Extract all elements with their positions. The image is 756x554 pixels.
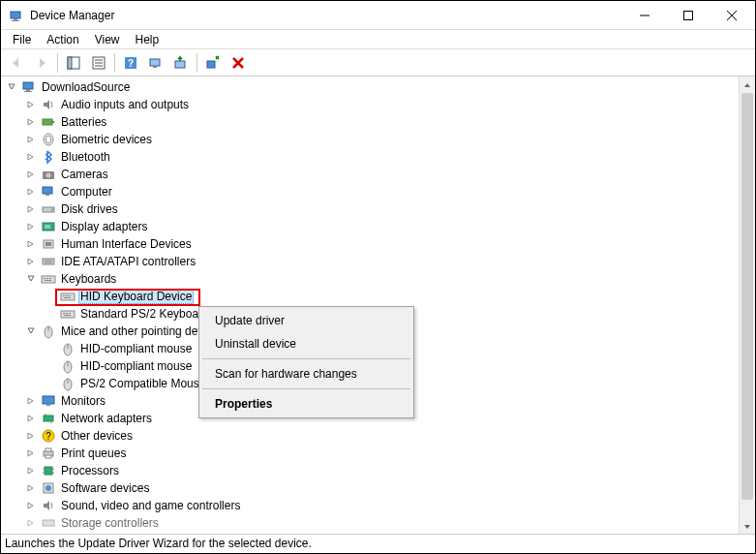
tree-category[interactable]: Storage controllers xyxy=(1,514,739,532)
svg-text:?: ? xyxy=(128,58,134,69)
ctx-update-driver[interactable]: Update driver xyxy=(201,309,411,332)
uninstall-button[interactable] xyxy=(201,51,225,75)
tree-category[interactable]: Software devices xyxy=(1,479,739,497)
sound-icon xyxy=(41,498,56,513)
app-icon xyxy=(9,8,24,23)
menu-file[interactable]: File xyxy=(5,31,39,48)
tree-label: Disk drives xyxy=(59,202,120,216)
tree-category[interactable]: Bluetooth xyxy=(1,148,739,166)
collapse-icon[interactable] xyxy=(5,80,18,94)
svg-rect-81 xyxy=(43,520,54,526)
minimize-button[interactable] xyxy=(622,1,666,29)
expand-icon[interactable] xyxy=(24,168,38,181)
tree-category[interactable]: Print queues xyxy=(1,445,739,462)
mouse-icon xyxy=(60,341,76,356)
expand-icon[interactable] xyxy=(24,516,38,530)
svg-rect-23 xyxy=(24,91,32,92)
collapse-icon[interactable] xyxy=(24,272,38,286)
expand-icon[interactable] xyxy=(24,202,38,216)
maximize-button[interactable] xyxy=(666,1,710,29)
properties-button[interactable] xyxy=(87,51,110,75)
context-menu: Update driver Uninstall device Scan for … xyxy=(198,306,414,418)
expand-icon[interactable] xyxy=(24,481,38,495)
scroll-thumb[interactable] xyxy=(741,93,753,500)
svg-rect-66 xyxy=(44,416,53,421)
svg-rect-15 xyxy=(150,59,160,66)
svg-rect-42 xyxy=(44,278,45,279)
tree-category[interactable]: Human Interface Devices xyxy=(1,235,739,253)
collapse-icon[interactable] xyxy=(24,324,38,338)
toolbar: ? xyxy=(1,49,755,77)
tree-category[interactable]: Biometric devices xyxy=(1,131,739,148)
tree-label: PS/2 Compatible Mouse xyxy=(78,377,207,390)
ctx-uninstall-device[interactable]: Uninstall device xyxy=(201,332,411,355)
update-driver-button[interactable] xyxy=(169,51,193,75)
tree-category[interactable]: Audio inputs and outputs xyxy=(1,96,739,113)
svg-rect-24 xyxy=(43,119,52,125)
expand-icon[interactable] xyxy=(24,133,38,146)
expand-icon[interactable] xyxy=(24,429,38,443)
menu-action[interactable]: Action xyxy=(39,31,86,48)
tree-label: HID Keyboard Device xyxy=(78,289,194,304)
ctx-properties[interactable]: Properties xyxy=(201,392,411,416)
forward-button[interactable] xyxy=(30,51,53,75)
tree-label: Biometric devices xyxy=(59,133,154,146)
mouse-icon xyxy=(60,358,76,374)
tree-device-hid-keyboard[interactable]: HID Keyboard Device xyxy=(1,288,739,305)
svg-rect-49 xyxy=(69,295,71,296)
scan-hardware-button[interactable] xyxy=(144,51,167,75)
ctx-scan-hardware[interactable]: Scan for hardware changes xyxy=(201,362,411,385)
keyboard-icon xyxy=(60,306,76,322)
expand-icon[interactable] xyxy=(24,237,38,251)
expand-icon[interactable] xyxy=(24,394,38,408)
svg-rect-37 xyxy=(45,242,51,246)
tree-label: Human Interface Devices xyxy=(59,237,194,251)
expand-icon[interactable] xyxy=(24,412,38,425)
svg-rect-30 xyxy=(43,187,52,194)
expand-icon[interactable] xyxy=(24,98,38,111)
tree-root-label: DownloadSource xyxy=(40,80,132,94)
menu-bar: File Action View Help xyxy=(1,30,755,49)
svg-rect-8 xyxy=(68,57,72,69)
expand-icon[interactable] xyxy=(24,464,38,477)
scroll-down-button[interactable] xyxy=(740,518,755,535)
delete-button[interactable] xyxy=(227,51,250,75)
expand-icon[interactable] xyxy=(24,220,38,233)
menu-help[interactable]: Help xyxy=(128,31,167,48)
tree-label: HID-compliant mouse xyxy=(78,359,194,373)
tree-category-keyboards[interactable]: Keyboards xyxy=(1,270,739,288)
tree-root[interactable]: DownloadSource xyxy=(1,78,739,96)
tree-category[interactable]: Computer xyxy=(1,183,739,200)
biometric-icon xyxy=(41,132,56,147)
close-button[interactable] xyxy=(710,1,753,29)
tree-category[interactable]: Sound, video and game controllers xyxy=(1,497,739,514)
svg-point-33 xyxy=(51,209,53,211)
network-icon xyxy=(41,411,56,426)
expand-icon[interactable] xyxy=(24,150,38,164)
tree-category[interactable]: Cameras xyxy=(1,166,739,183)
tree-category[interactable]: Batteries xyxy=(1,113,739,131)
show-hide-tree-button[interactable] xyxy=(62,51,85,75)
tree-category[interactable]: Processors xyxy=(1,462,739,479)
tree-category[interactable]: ? Other devices xyxy=(1,427,739,445)
expand-icon[interactable] xyxy=(24,185,38,199)
scroll-track[interactable] xyxy=(740,93,755,518)
expand-icon[interactable] xyxy=(24,446,38,460)
svg-rect-18 xyxy=(207,61,215,68)
keyboard-icon xyxy=(60,289,76,304)
tree-label: Standard PS/2 Keyboard xyxy=(78,307,211,321)
back-button[interactable] xyxy=(5,51,28,75)
scroll-up-button[interactable] xyxy=(740,77,755,93)
expand-icon[interactable] xyxy=(24,255,38,268)
expand-icon[interactable] xyxy=(24,499,38,512)
menu-view[interactable]: View xyxy=(87,31,128,48)
vertical-scrollbar[interactable] xyxy=(739,77,755,535)
computer-icon xyxy=(21,79,37,95)
tree-category[interactable]: Disk drives xyxy=(1,200,739,218)
tree-category[interactable]: IDE ATA/ATAPI controllers xyxy=(1,253,739,270)
hid-icon xyxy=(41,236,56,252)
expand-icon[interactable] xyxy=(24,115,38,129)
tree-label: IDE ATA/ATAPI controllers xyxy=(59,255,197,268)
help-button[interactable]: ? xyxy=(119,51,142,75)
tree-category[interactable]: Display adapters xyxy=(1,218,739,235)
